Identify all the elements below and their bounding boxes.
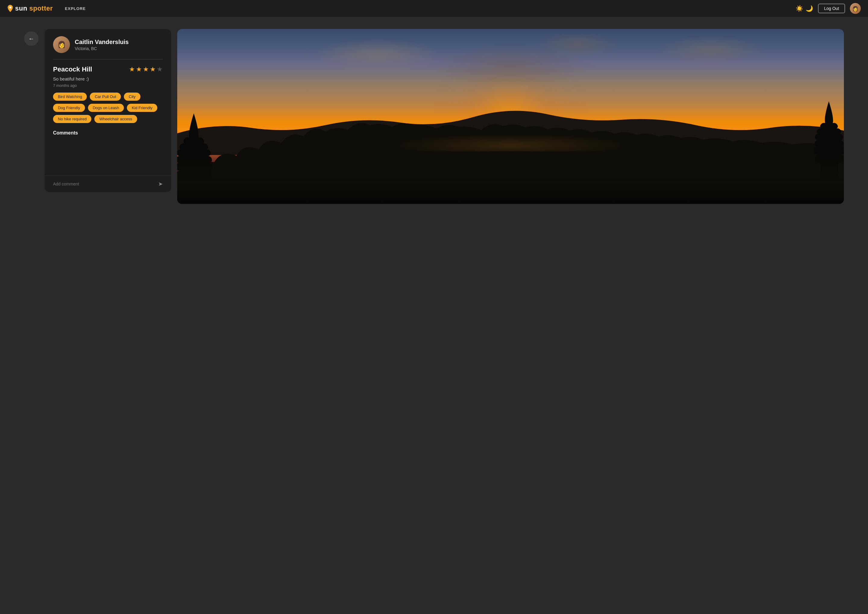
tag-wheelchair-access[interactable]: Wheelchair access — [95, 115, 137, 123]
navbar-right: ☀️ 🌙 Log Out 👩 — [796, 3, 861, 14]
nav-explore-link[interactable]: EXPLORE — [65, 6, 85, 11]
dark-bottom — [177, 151, 844, 204]
profile-section: 👩 Caitlin Vandersluis Victoria, BC — [53, 36, 163, 59]
star-rating: ★ ★ ★ ★ ★ — [129, 65, 163, 73]
star-4: ★ — [150, 65, 156, 73]
tags-container: Bird WatchingCar Pull OutCityDog Friendl… — [53, 93, 163, 123]
star-2: ★ — [136, 65, 142, 73]
comment-input[interactable] — [53, 182, 155, 187]
star-3: ★ — [143, 65, 149, 73]
post-description: So beatiful here :) — [53, 76, 163, 81]
sunset-image — [177, 29, 844, 204]
sun-theme-icon[interactable]: ☀️ — [796, 5, 803, 12]
user-avatar-nav-icon: 👩 — [852, 6, 858, 11]
comments-section: Comments — [45, 130, 171, 176]
svg-point-0 — [9, 6, 11, 8]
tag-dog-friendly[interactable]: Dog Friendly — [53, 104, 85, 112]
tag-dogs-on-leash[interactable]: Dogs on Leash — [88, 104, 124, 112]
page-content: ← 👩 Caitlin Vandersluis Victoria, BC Pea… — [0, 17, 868, 216]
post-time: 7 months ago — [53, 83, 163, 88]
tag-no-hike-required[interactable]: No hike required — [53, 115, 91, 123]
user-avatar-nav[interactable]: 👩 — [850, 3, 861, 14]
star-1: ★ — [129, 65, 135, 73]
profile-info: Caitlin Vandersluis Victoria, BC — [75, 39, 129, 51]
tag-city[interactable]: City — [124, 93, 140, 101]
theme-toggle: ☀️ 🌙 — [796, 5, 813, 12]
logo-pin-icon — [7, 5, 13, 12]
profile-location: Victoria, BC — [75, 46, 129, 51]
post-title: Peacock Hill — [53, 65, 92, 73]
logo: sun spotter — [7, 5, 53, 12]
back-button[interactable]: ← — [24, 31, 39, 46]
tag-bird-watching[interactable]: Bird Watching — [53, 93, 87, 101]
post-section: Peacock Hill ★ ★ ★ ★ ★ So beatiful here … — [53, 59, 163, 123]
logout-button[interactable]: Log Out — [818, 4, 845, 13]
star-5-empty: ★ — [157, 65, 163, 73]
post-header: Peacock Hill ★ ★ ★ ★ ★ — [53, 65, 163, 73]
profile-name: Caitlin Vandersluis — [75, 39, 129, 45]
comments-list — [53, 139, 163, 176]
card-body: 👩 Caitlin Vandersluis Victoria, BC Peaco… — [45, 29, 171, 130]
logo-text: sun spotter — [15, 5, 53, 12]
comment-input-area: ➤ — [45, 176, 171, 192]
avatar-icon: 👩 — [57, 41, 66, 48]
tag-car-pull-out[interactable]: Car Pull Out — [90, 93, 121, 101]
navbar-left: sun spotter EXPLORE — [7, 5, 85, 12]
tag-kid-friendly[interactable]: Kid Friendly — [127, 104, 157, 112]
send-icon[interactable]: ➤ — [158, 180, 163, 187]
moon-theme-icon[interactable]: 🌙 — [806, 5, 813, 12]
avatar: 👩 — [53, 36, 70, 53]
comments-title: Comments — [53, 130, 163, 136]
city-glow — [177, 121, 844, 151]
post-card: 👩 Caitlin Vandersluis Victoria, BC Peaco… — [45, 29, 171, 192]
navbar: sun spotter EXPLORE ☀️ 🌙 Log Out 👩 — [0, 0, 868, 17]
